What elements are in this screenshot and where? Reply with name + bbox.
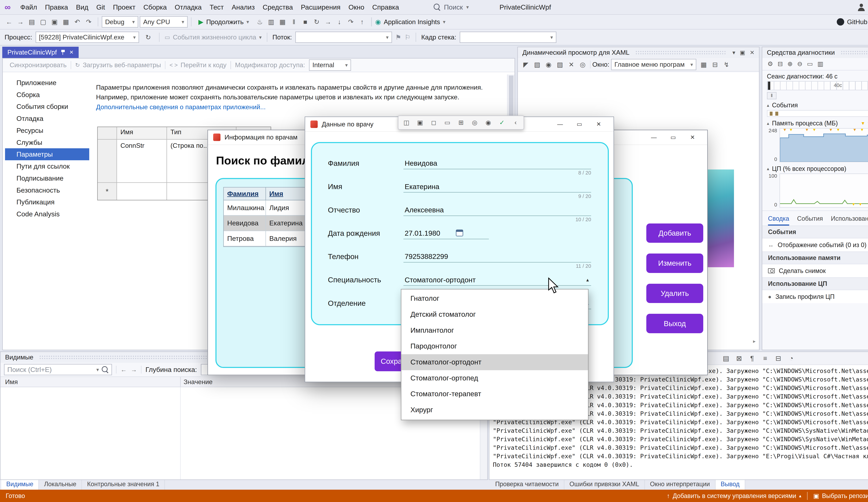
settings-nav-item[interactable]: Параметры	[5, 148, 89, 160]
stop-debug-icon[interactable]: ■	[300, 18, 311, 26]
events-track[interactable]	[767, 110, 868, 117]
clear-selection-icon[interactable]: ✕	[566, 61, 577, 69]
load-web-settings-button[interactable]: ↻ Загрузить веб-параметры	[75, 61, 161, 69]
row-selector[interactable]	[98, 140, 117, 182]
setting-name-cell[interactable]: ConnStr	[117, 140, 167, 182]
grid-adorners-icon[interactable]: ⊞	[454, 119, 468, 126]
display-layout-adorners-icon[interactable]: ▭	[441, 119, 454, 126]
take-snapshot-link[interactable]: Сделать снимок	[762, 264, 868, 277]
settings-nav-item[interactable]: Ресурсы	[5, 124, 89, 136]
settings-nav-item[interactable]: Подписывание	[5, 172, 89, 184]
grid-col-name[interactable]: Имя	[117, 127, 167, 139]
dropdown-option[interactable]: Детский стоматолог	[401, 307, 588, 322]
field-input[interactable]: Невидова ▴	[403, 158, 591, 169]
goto-code-button[interactable]: < > Перейти к коду	[169, 61, 226, 69]
search-input[interactable]: Поиск (Ctrl+E) ▾	[4, 364, 112, 375]
new-file-icon[interactable]: ▤	[26, 18, 38, 26]
redo-icon[interactable]: ↷	[83, 18, 94, 26]
select-repository-button[interactable]: ▣ Выбрать репозиторий	[813, 492, 868, 500]
output-tab[interactable]: Проверка читаемости	[490, 480, 565, 490]
track-focus-icon[interactable]: ◎	[577, 61, 588, 69]
show-events-link[interactable]: ↔ Отображение событий (0 из 0)	[762, 238, 868, 252]
diag-chart-icon[interactable]: ▥	[817, 60, 823, 68]
settings-nav-item[interactable]: Сборка	[5, 89, 89, 101]
tree-export-icon[interactable]: ⊟	[709, 61, 721, 69]
continue-button[interactable]: ▶ Продолжить ▾	[195, 18, 252, 26]
pin-tab-icon[interactable]	[61, 50, 65, 55]
show-layout-icon[interactable]: ▨	[554, 61, 566, 69]
application-insights-button[interactable]: ◉ Application Insights ▾	[375, 18, 445, 26]
dropdown-option[interactable]: Стоматолог-терапевт	[401, 386, 588, 402]
word-wrap-icon[interactable]: ¶	[746, 355, 758, 362]
pin-panel-icon[interactable]: ▣	[740, 49, 745, 56]
step-over-icon[interactable]: ↷	[345, 18, 356, 26]
accessibility-checker-icon[interactable]: ◉	[482, 119, 495, 126]
messages-icon[interactable]: ▤	[720, 355, 732, 362]
stack-frame-combo[interactable]: ▾	[460, 32, 556, 43]
menu-item[interactable]: Git	[92, 2, 109, 13]
zoom-out-icon[interactable]: ⊖	[797, 60, 802, 68]
field-input[interactable]: Алексеевна ▴	[403, 205, 591, 216]
toggle-lines-icon[interactable]: ≡	[760, 355, 771, 362]
menu-item[interactable]: Вид	[72, 2, 92, 13]
capture-screenshot-icon[interactable]: ▣	[413, 119, 427, 126]
go-to-live-tree-icon[interactable]: ◫	[400, 119, 413, 126]
collapse-toolbar-icon[interactable]: ‹	[509, 119, 523, 126]
account-icon[interactable]	[857, 3, 865, 11]
col-lastname[interactable]: Фамилия	[224, 187, 266, 200]
tree-grid-icon[interactable]: ▦	[698, 61, 709, 69]
step-out-icon[interactable]: ↑	[356, 18, 368, 26]
menu-item[interactable]: Правка	[41, 2, 72, 13]
reset-zoom-icon[interactable]: ▭	[807, 60, 813, 68]
field-input[interactable]: 79253882299 ▴	[403, 251, 591, 263]
menu-item[interactable]: Справка	[368, 2, 403, 13]
output-tab[interactable]: Вывод	[715, 480, 745, 490]
field-input[interactable]: 27.01.1980 ▴	[403, 228, 489, 239]
add-to-source-control-button[interactable]: ↑ Добавить в систему управления версиями…	[667, 492, 801, 500]
save-icon[interactable]: ▣	[49, 18, 60, 26]
restart-debug-icon[interactable]: ↻	[311, 18, 322, 26]
forward-icon[interactable]: →	[15, 18, 26, 26]
autoscroll-icon[interactable]: ⊟	[773, 355, 784, 362]
watch-tab[interactable]: Контрольные значения 1	[82, 480, 165, 490]
window-position-icon[interactable]: ▾	[732, 49, 735, 56]
diag-settings-icon[interactable]: ⚙	[767, 60, 773, 68]
search-back-icon[interactable]: ←	[121, 366, 127, 373]
settings-nav-item[interactable]: Публикация	[5, 196, 89, 208]
undo-icon[interactable]: ↶	[72, 18, 83, 26]
events-section-header[interactable]: ▴ События	[762, 100, 868, 110]
dropdown-option[interactable]: Пародонтолог	[401, 338, 588, 354]
hot-reload-ok-icon[interactable]: ✓	[495, 119, 509, 126]
menu-item[interactable]: Средства	[259, 2, 297, 13]
cpu-chart[interactable]: 100 0 ▼ ▼	[767, 173, 868, 207]
lifecycle-events-button[interactable]: ▭ События жизненного цикла ▾	[165, 33, 262, 41]
record-cpu-profile-link[interactable]: ● Запись профиля ЦП	[762, 290, 868, 303]
menu-item[interactable]: Анализ	[228, 2, 259, 13]
menu-item[interactable]: Файл	[16, 2, 41, 13]
diagnostics-tab[interactable]: Использование памяти	[831, 215, 868, 226]
close-tab-icon[interactable]: ✕	[69, 49, 74, 55]
settings-nav-item[interactable]: События сборки	[5, 101, 89, 113]
scroll-right-icon[interactable]: ▸	[753, 338, 756, 344]
minimize-icon[interactable]: —	[644, 130, 663, 144]
settings-nav-item[interactable]: Безопасность	[5, 184, 89, 196]
action-button[interactable]: Удалить	[646, 284, 703, 303]
diagnostics-tab[interactable]: События	[797, 215, 823, 226]
solution-configurations-combo[interactable]: Debug▾	[102, 16, 138, 28]
hot-reload-tree-icon[interactable]: ↯	[721, 61, 732, 69]
hot-reload-icon[interactable]: ♨	[254, 18, 266, 26]
search-box[interactable]: Поиск ▾	[429, 2, 473, 12]
close-icon[interactable]: ✕	[683, 130, 702, 144]
settings-nav-item[interactable]: Службы	[5, 136, 89, 148]
watch-tab[interactable]: Локальные	[39, 480, 82, 490]
action-button[interactable]: Выход	[646, 314, 703, 333]
maximize-icon[interactable]: ▭	[663, 130, 683, 144]
diag-export-icon[interactable]: ⊟	[777, 60, 783, 68]
output-tab[interactable]: Ошибки привязки XAML	[565, 480, 645, 490]
close-panel-icon[interactable]: ✕	[750, 49, 754, 56]
windows-list-icon[interactable]: ▦	[277, 18, 288, 26]
action-button[interactable]: Добавить	[646, 224, 703, 243]
preview-element-icon[interactable]: ◉	[543, 61, 554, 69]
memory-section-header[interactable]: ▴ Память процесса (МБ) ▼ ▼ Б...	[762, 118, 868, 127]
watch-tab[interactable]: Видимые	[1, 480, 39, 490]
